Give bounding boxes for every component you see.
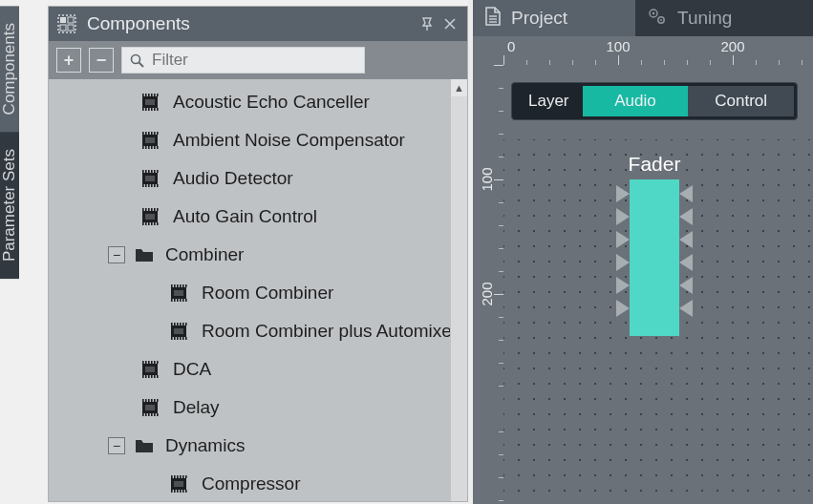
- svg-rect-13: [148, 94, 150, 96]
- ruler-vertical: 100 200: [473, 65, 503, 504]
- svg-rect-125: [177, 475, 179, 478]
- tree-item-label: Combiner: [165, 244, 244, 265]
- tree-item-label: Delay: [173, 397, 220, 418]
- panel-header: Components: [49, 7, 467, 41]
- layer-label: Layer: [515, 92, 583, 111]
- side-tab-components[interactable]: Components: [0, 6, 19, 132]
- fader-input-ports[interactable]: [616, 185, 630, 317]
- svg-rect-62: [157, 222, 159, 225]
- svg-rect-104: [157, 375, 159, 378]
- tab-tuning-label: Tuning: [677, 8, 732, 29]
- svg-rect-33: [157, 132, 159, 135]
- ruler-corner: [473, 36, 503, 65]
- svg-rect-11: [145, 94, 147, 96]
- design-canvas[interactable]: Layer Audio Control Fader: [503, 65, 813, 504]
- svg-rect-75: [185, 284, 187, 287]
- tree-item-label: Acoustic Echo Canceller: [173, 92, 370, 113]
- expand-all-button[interactable]: +: [56, 48, 81, 73]
- tree-component[interactable]: Audio Detector: [49, 159, 467, 198]
- svg-rect-131: [185, 475, 187, 478]
- tab-project[interactable]: Project: [473, 0, 635, 36]
- svg-rect-84: [177, 337, 179, 340]
- tree-component[interactable]: DCA: [49, 350, 467, 388]
- svg-rect-111: [148, 399, 150, 402]
- folder-icon: [135, 247, 156, 262]
- svg-rect-48: [157, 184, 159, 187]
- svg-rect-14: [148, 108, 150, 111]
- svg-rect-47: [157, 170, 159, 173]
- svg-rect-123: [174, 475, 176, 478]
- layer-control-button[interactable]: Control: [688, 86, 794, 116]
- svg-point-5: [132, 54, 140, 63]
- svg-point-137: [653, 11, 655, 14]
- svg-rect-58: [151, 222, 153, 225]
- svg-rect-87: [182, 323, 184, 326]
- close-icon[interactable]: [440, 14, 460, 33]
- svg-rect-42: [148, 184, 150, 187]
- svg-rect-98: [148, 375, 150, 378]
- fader-body[interactable]: [630, 179, 679, 336]
- component-tree: Acoustic Echo CancellerAmbient Noise Com…: [49, 79, 467, 501]
- svg-rect-2: [68, 17, 74, 23]
- tree-component[interactable]: Auto Gain Control: [49, 198, 467, 236]
- svg-point-139: [660, 19, 662, 21]
- svg-rect-74: [182, 299, 184, 302]
- side-tab-parameter-sets[interactable]: Parameter Sets: [0, 132, 19, 279]
- layer-audio-button[interactable]: Audio: [583, 86, 689, 116]
- svg-rect-51: [142, 208, 144, 211]
- chip-icon: [139, 399, 163, 416]
- search-icon: [130, 53, 144, 68]
- svg-rect-12: [145, 108, 147, 111]
- gears-icon: [647, 7, 668, 31]
- svg-rect-83: [177, 323, 179, 326]
- svg-rect-107: [142, 399, 144, 402]
- svg-rect-17: [154, 94, 156, 96]
- tree-item-label: Room Combiner: [202, 283, 333, 304]
- design-area: Project Tuning 0 100 200 30 100 200: [473, 0, 813, 504]
- svg-rect-109: [145, 399, 147, 402]
- collapse-all-button[interactable]: −: [89, 48, 114, 73]
- tree-item-label: Ambient Noise Compensator: [173, 130, 405, 151]
- svg-rect-4: [68, 25, 74, 31]
- tab-tuning[interactable]: Tuning: [635, 0, 798, 36]
- svg-rect-28: [148, 146, 150, 149]
- tree-component[interactable]: Acoustic Echo Canceller: [49, 83, 467, 121]
- pin-icon[interactable]: [417, 14, 437, 33]
- tree-folder[interactable]: −Dynamics: [49, 427, 467, 465]
- svg-rect-1: [60, 17, 66, 23]
- svg-rect-120: [174, 481, 183, 487]
- svg-rect-61: [157, 208, 159, 211]
- svg-rect-25: [145, 132, 147, 135]
- svg-rect-43: [151, 170, 153, 173]
- filter-input[interactable]: [150, 50, 356, 71]
- svg-rect-113: [151, 399, 153, 402]
- filter-field[interactable]: [121, 47, 365, 74]
- svg-rect-129: [182, 475, 184, 478]
- tree-component[interactable]: Compressor: [49, 465, 467, 501]
- tree-folder[interactable]: −Combiner: [49, 236, 467, 274]
- tree-component[interactable]: Room Combiner plus Automixer: [49, 312, 467, 350]
- svg-rect-66: [171, 299, 173, 302]
- panel-toolbar: + −: [49, 41, 467, 79]
- tree-component[interactable]: Room Combiner: [49, 274, 467, 312]
- tree-item-label: DCA: [173, 359, 211, 380]
- ruler-horizontal: 0 100 200 30: [503, 36, 813, 65]
- tree-component[interactable]: Ambient Noise Compensator: [49, 121, 467, 159]
- expander-icon[interactable]: −: [108, 437, 125, 454]
- expander-icon[interactable]: −: [108, 246, 125, 263]
- chip-icon: [139, 132, 163, 149]
- fader-output-ports[interactable]: [679, 185, 693, 317]
- fader-block[interactable]: Fader: [614, 153, 695, 336]
- svg-rect-69: [177, 284, 179, 287]
- svg-rect-37: [142, 170, 144, 173]
- svg-line-6: [139, 62, 144, 67]
- svg-rect-79: [171, 323, 173, 326]
- svg-rect-55: [148, 208, 150, 211]
- tree-component[interactable]: Delay: [49, 388, 467, 427]
- components-panel: Components + − Acoustic Echo CancellerAm…: [48, 6, 468, 502]
- scroll-up-button[interactable]: ▲: [451, 79, 467, 96]
- svg-rect-16: [151, 108, 153, 111]
- tree-scrollbar[interactable]: ▲: [450, 79, 467, 501]
- svg-rect-3: [60, 25, 66, 31]
- svg-rect-59: [154, 208, 156, 211]
